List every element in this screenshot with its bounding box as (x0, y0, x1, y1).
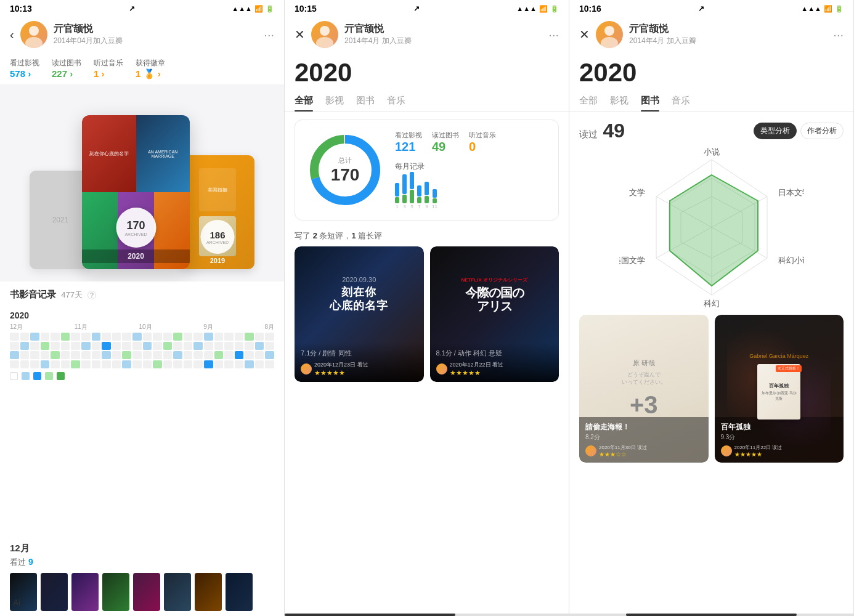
stats-row-1: 看过影视 578 › 读过图书 227 › 听过音乐 1 › 获得徽章 1 🏅 … (0, 53, 284, 84)
heat-cell (71, 360, 80, 368)
bar-blue (395, 183, 399, 197)
heat-cell (122, 342, 131, 350)
more-button-3[interactable]: ··· (833, 28, 844, 42)
stat-badge-value: 1 🏅 › (136, 68, 165, 79)
progress-bar (285, 614, 569, 616)
badge-count-2020: 170 (126, 219, 145, 232)
book-card-1[interactable]: 原 研哉 どうぞ盗んでいってください。 +3 請偷走海報！ 8.2分 2020年… (579, 315, 709, 463)
media-cards: 2020.09.30 刻在你心底的名字 7.1分 / 剧情 同性 2020年12… (295, 246, 559, 382)
profile-join-3: 2014年4月 加入豆瓣 (629, 36, 833, 46)
heat-cell (265, 333, 274, 341)
tab-movies-2[interactable]: 影视 (325, 90, 344, 111)
question-icon: ? (87, 291, 96, 299)
signal-icon-1: ▲▲▲ (232, 5, 252, 12)
media-card-1[interactable]: 2020.09.30 刻在你心底的名字 7.1分 / 剧情 同性 2020年12… (295, 246, 424, 382)
tab-books-2[interactable]: 图书 (356, 90, 375, 111)
bar-group-5: 9 (425, 182, 429, 209)
thumb-4[interactable] (102, 573, 129, 611)
tab-music-3[interactable]: 音乐 (672, 90, 690, 111)
close-button-2[interactable]: ✕ (295, 27, 305, 42)
stat-col-music: 听过音乐 0 (469, 131, 496, 154)
cover-title-2: AN AMERICAN MARRIAGE (136, 147, 190, 161)
status-bar-1: 10:13 ↗ ▲▲▲ 📶 🔋 (0, 0, 284, 16)
year-card-2019[interactable]: 美国婚姻 书籍 186 ARCHIVED 2019 (181, 155, 254, 269)
thumb-5[interactable] (133, 573, 160, 611)
profile-join-1: 2014年04月加入豆瓣 (54, 36, 264, 46)
month-title: 12月 (10, 543, 30, 554)
record-title: 书影音记录 477天 ? (10, 289, 274, 301)
tab-books-3[interactable]: 图书 (641, 90, 659, 111)
heat-cell (214, 351, 224, 359)
thumb-8[interactable] (226, 573, 253, 611)
heat-cell (20, 342, 30, 350)
heat-cell (132, 360, 142, 368)
heat-cell (92, 360, 101, 368)
more-button-1[interactable]: ··· (264, 28, 274, 42)
heat-cell (204, 342, 213, 350)
heat-cell (173, 360, 182, 368)
heat-cell (81, 351, 91, 359)
thumb-2[interactable] (41, 573, 68, 611)
progress-bar-3 (569, 614, 853, 616)
legend-green (57, 372, 65, 380)
stat-badge-label: 获得徽章 (136, 58, 165, 68)
stat-watched[interactable]: 看过影视 578 › (10, 58, 39, 79)
long-review-count: 1 (351, 231, 356, 240)
progress-indicator-3 (626, 614, 797, 616)
ai-label: Ai (13, 598, 20, 607)
heat-cell (122, 351, 131, 359)
stat-badge[interactable]: 获得徽章 1 🏅 › (136, 58, 165, 79)
heat-cell (193, 360, 203, 368)
book-cover-inner-2: 百年孤独 加布里尔·加西亚·马尔克斯 次正式授权！ (757, 364, 800, 419)
heat-cell (224, 342, 234, 350)
heat-cell (255, 333, 264, 341)
heat-cell (92, 333, 101, 341)
heat-cell (92, 351, 101, 359)
book-card-2[interactable]: Gabriel García Márquez 百年孤独 加布里尔·加西亚·马尔克… (715, 315, 844, 463)
legend-row (10, 372, 274, 380)
heat-cell (214, 360, 224, 368)
spider-chart: 小说 日本文学 科幻小说 科幻 美国文学 文学 (579, 147, 844, 307)
avatar-3 (596, 21, 623, 48)
heat-cell (51, 333, 60, 341)
type-analysis-btn[interactable]: 类型分析 (754, 123, 797, 139)
spider-section: 读过 49 类型分析 作者分析 (569, 112, 853, 315)
year-2021-label: 2021 (52, 216, 69, 224)
heat-cell (193, 333, 203, 341)
svg-text:文学: 文学 (629, 188, 645, 197)
heat-cell (245, 351, 254, 359)
bar-group-6: 11 (432, 189, 437, 209)
calendar-year: 2020 (10, 310, 274, 320)
stat-read[interactable]: 读过图书 227 › (52, 58, 81, 79)
close-button-3[interactable]: ✕ (579, 27, 590, 42)
year-heading-3: 2020 (569, 53, 853, 90)
time-3: 10:16 (579, 4, 601, 14)
more-button-2[interactable]: ··· (548, 28, 559, 42)
thumb-6[interactable] (164, 573, 191, 611)
signal-icon-2: ▲▲▲ (516, 5, 537, 12)
heat-cell (214, 342, 224, 350)
year-2019-label: 2019 (181, 257, 254, 264)
thumb-7[interactable] (195, 573, 222, 611)
profile-join-2: 2014年4月 加入豆瓣 (344, 36, 548, 46)
tab-all-2[interactable]: 全部 (295, 90, 313, 111)
donut-chart: 总计 170 (305, 130, 385, 210)
stat-music[interactable]: 听过音乐 1 › (94, 58, 123, 79)
heat-cell (41, 333, 50, 341)
thumb-3[interactable] (71, 573, 99, 611)
status-arrow-1: ↗ (129, 4, 135, 13)
heat-cell (173, 351, 182, 359)
heat-cell (173, 342, 182, 350)
heat-cell (10, 351, 19, 359)
tab-all-3[interactable]: 全部 (579, 90, 598, 111)
tab-movies-3[interactable]: 影视 (610, 90, 628, 111)
year-card-2020[interactable]: 刻在你心底的名字 AN AMERICAN MARRIAGE 170 ARCHIV… (82, 115, 190, 269)
back-button-1[interactable]: ‹ (10, 28, 14, 42)
tab-music-2[interactable]: 音乐 (387, 90, 405, 111)
media-card-2[interactable]: NETFLIX オリジナルシリーズ 今際の国のアリス 8.1分 / 动作 科幻 … (430, 246, 559, 382)
author-analysis-btn[interactable]: 作者分析 (800, 123, 844, 139)
heat-cell (184, 333, 193, 341)
stat-col-books: 读过图书 49 (432, 131, 459, 154)
tabs-row-2: 全部 影视 图书 音乐 (285, 90, 569, 112)
heat-cell (224, 333, 234, 341)
